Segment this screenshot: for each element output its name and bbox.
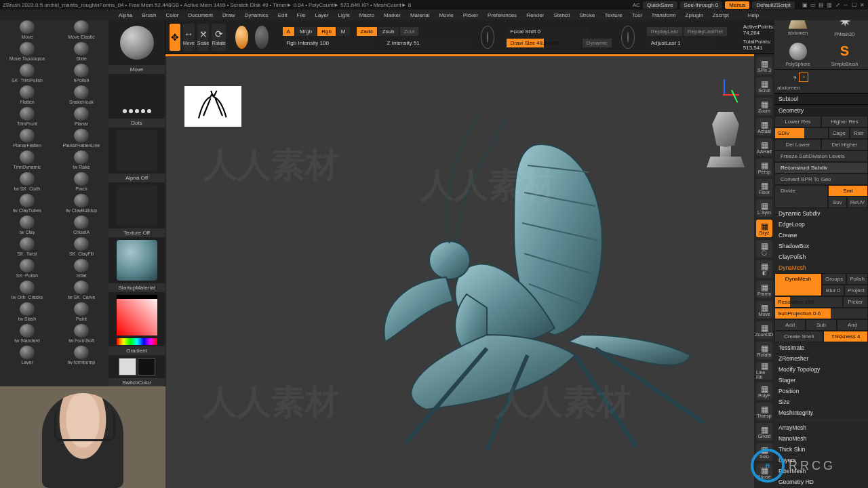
brush-planarflatten[interactable]: PlanarFlatten (0, 127, 54, 149)
rail-ghost[interactable]: ▦Ghost (756, 423, 772, 441)
brush-layer[interactable]: Layer (0, 344, 54, 366)
brush-tw-claybuildup[interactable]: tw ClayBuildup (54, 192, 108, 214)
brush-pinch[interactable]: Pinch (54, 171, 108, 192)
rail-transp[interactable]: ▦Transp (756, 403, 772, 420)
rail-line-fill[interactable]: ▦Line Fill (756, 362, 772, 380)
material-label[interactable]: StartupMaterial (108, 283, 165, 292)
menu-file[interactable]: File (292, 10, 311, 20)
rstr-toggle[interactable]: Rstr (850, 127, 868, 139)
color-picker[interactable] (117, 295, 157, 336)
rail-frame[interactable]: ▦Frame (756, 281, 772, 298)
dynamic-toggle[interactable]: Dynamic (583, 39, 612, 47)
brush-trimdynamic[interactable]: TrimDynamic (0, 149, 54, 171)
del-lower-button[interactable]: Del Lower (774, 139, 821, 150)
maximize-icon[interactable]: ☐ (850, 1, 857, 8)
rail-move[interactable]: ▦Move (756, 301, 772, 319)
brush-paint[interactable]: Paint (54, 301, 108, 323)
and-button[interactable]: And (837, 319, 868, 331)
subtool-header[interactable]: Subtool (774, 94, 868, 104)
default-zscript[interactable]: DefaultZScript (752, 1, 795, 9)
preset-add-row[interactable]: 9+ (774, 69, 868, 85)
rail-solo[interactable]: ▦Solo (756, 443, 772, 461)
rail-scroll[interactable]: ▦Scroll (756, 77, 772, 95)
brush-tw-formbump[interactable]: tw formbump (54, 344, 108, 366)
menus-toggle[interactable]: Menus (725, 1, 749, 9)
rail-persp[interactable]: ▦Persp (756, 159, 772, 176)
brush-snakehook[interactable]: SnakeHook (54, 84, 108, 106)
material-thumb[interactable] (117, 240, 157, 281)
panel-layers[interactable]: Layers (774, 455, 868, 466)
rail-actual[interactable]: ▦Actual (756, 118, 772, 136)
menu-movie[interactable]: Movie (434, 10, 458, 20)
menu-stencil[interactable]: Stencil (549, 10, 574, 20)
brush-flatten[interactable]: Flatten (0, 84, 54, 106)
menu-preferences[interactable]: Preferences (483, 10, 521, 20)
menu-help[interactable]: Help (743, 10, 764, 20)
alpha-label[interactable]: Alpha Off (108, 174, 165, 182)
panel-thick-skin[interactable]: Thick Skin (774, 444, 868, 455)
rgb-intensity-slider[interactable]: Rgb Intensity 100 (283, 39, 371, 47)
minimize-icon[interactable]: ─ (842, 1, 849, 8)
rotate-mode-button[interactable]: ⟳Rotate (212, 24, 226, 51)
z-intensity-slider[interactable]: Z Intensity 51 (383, 39, 471, 47)
brush-sk-clayfill[interactable]: SK_ClayFill (54, 236, 108, 258)
gradient-label[interactable]: Gradient (108, 346, 165, 355)
add-button[interactable]: Add (774, 319, 806, 331)
divide-button[interactable]: Divide (774, 185, 828, 208)
gizmo-mode-button[interactable]: ✥ (170, 24, 180, 51)
adjust-last-slider[interactable]: AdjustLast 1 (647, 39, 715, 47)
thickness-slider[interactable]: Thickness 4 (823, 331, 868, 342)
smt-toggle[interactable]: Smt (828, 185, 868, 197)
subprojection-slider[interactable]: SubProjection 0.6 (774, 308, 868, 319)
rail--[interactable]: ▦◧ (756, 260, 772, 278)
menu-layer[interactable]: Layer (310, 10, 333, 20)
seethrough-slider[interactable]: See-through 0 (680, 1, 723, 9)
brush-tw-claytubes[interactable]: tw ClayTubes (0, 192, 54, 214)
polish-toggle[interactable]: Polish (846, 273, 868, 285)
draw-size-slider[interactable]: Draw Size 48.64685 (507, 39, 581, 47)
freeze-subdiv-button[interactable]: Freeze SubDivision Levels (774, 150, 868, 162)
active-brush-icon[interactable] (120, 26, 154, 60)
brush-move-topologica[interactable]: Move Topologica (0, 41, 54, 62)
brush-slide[interactable]: Slide (54, 41, 108, 62)
brush-sk-polish[interactable]: SK_Polish (0, 258, 54, 279)
hue-bar[interactable] (117, 338, 157, 345)
alpha-thumb[interactable] (117, 130, 157, 171)
panel-position[interactable]: Position (774, 386, 868, 396)
rail-xpose[interactable]: ▦Xpose (756, 464, 772, 481)
brush-planar[interactable]: Planar (54, 106, 108, 127)
menu-light[interactable]: Light (333, 10, 354, 20)
draw-orb-2[interactable] (255, 26, 268, 49)
panel-edgeloop[interactable]: EdgeLoop (774, 219, 868, 230)
menu-marker[interactable]: Marker (379, 10, 406, 20)
del-higher-button[interactable]: Del Higher (821, 139, 868, 150)
menu-zscript[interactable]: Zscript (708, 10, 734, 20)
create-shell-button[interactable]: Create Shell (774, 331, 823, 342)
close-icon[interactable]: ✕ (859, 1, 865, 8)
mode-zadd[interactable]: Zadd (357, 27, 377, 36)
menu-color[interactable]: Color (161, 10, 183, 20)
scale-mode-button[interactable]: ⤧Scale (197, 24, 210, 51)
panel-geometry-hd[interactable]: Geometry HD (774, 476, 868, 487)
picker-toggle[interactable]: Picker (843, 296, 868, 308)
sdiv-slider[interactable]: SDiv (774, 127, 829, 139)
menu-texture[interactable]: Texture (600, 10, 627, 20)
menu-draw[interactable]: Draw (218, 10, 240, 20)
panel-nanomesh[interactable]: NanoMesh (774, 433, 868, 444)
brush-move[interactable]: Move (0, 19, 54, 41)
rail-l-sym[interactable]: ▦L.Sym (756, 199, 772, 217)
blur-slider[interactable]: Blur 0 (822, 285, 844, 296)
higher-res-button[interactable]: Higher Res (821, 116, 868, 127)
mode-zsub[interactable]: Zsub (378, 27, 399, 36)
panel-fibermesh[interactable]: FiberMesh (774, 466, 868, 476)
mode-m[interactable]: M (337, 27, 350, 36)
move-mode-button[interactable]: ↔Move (183, 24, 195, 51)
rail-floor[interactable]: ▦Floor (756, 179, 772, 197)
menu-stroke[interactable]: Stroke (574, 10, 599, 20)
panel-arraymesh[interactable]: ArrayMesh (774, 422, 868, 433)
brush-tw-orb-cracks[interactable]: tw Orb_Cracks (0, 279, 54, 301)
brush-sk-twist[interactable]: SK_Twist (0, 236, 54, 258)
collapse2-icon[interactable]: ▥ (826, 1, 833, 8)
float-icon[interactable]: ▭ (810, 1, 816, 8)
panel-tessimate[interactable]: Tessimate (774, 342, 868, 353)
